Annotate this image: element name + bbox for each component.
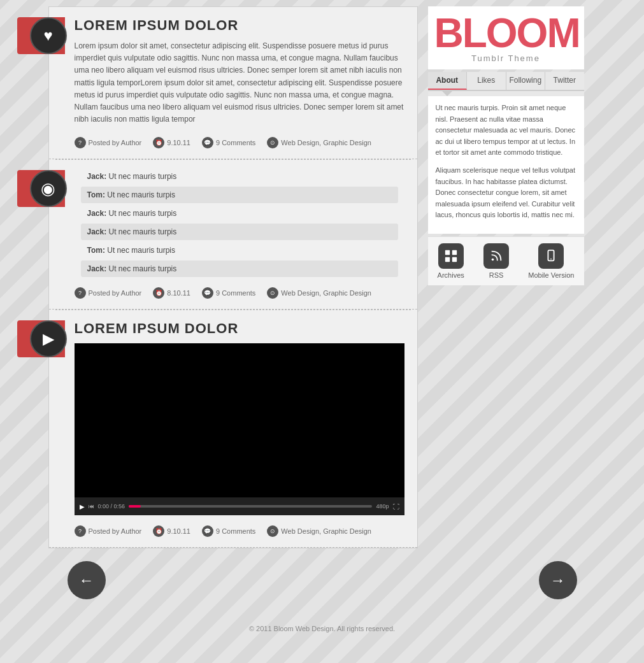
chat-item-3: Jack: Ut nec mauris turpis (81, 205, 398, 222)
comment-icon-1: 💬 (202, 137, 213, 148)
chat-item-6: Jack: Ut nec mauris turpis (81, 260, 398, 277)
post-2-meta: ? Posted by Author ⏰ 8.10.11 💬 9 Comment… (75, 283, 404, 303)
video-progress-bar[interactable] (129, 505, 372, 508)
chat-item-1: Jack: Ut nec mauris turpis (81, 168, 398, 185)
meta-date-3: ⏰ 9.10.11 (153, 525, 190, 537)
comment-icon-3: 💬 (202, 525, 213, 537)
sidebar: BLOOM Tumblr Theme About Likes Following… (428, 6, 584, 548)
tag-icon-1: ⊙ (267, 137, 278, 148)
tab-likes[interactable]: Likes (467, 72, 506, 90)
chat-item-4: Jack: Ut nec mauris turpis (81, 224, 398, 240)
brand-title: BLOOM (434, 13, 578, 53)
clock-icon-1: ⏰ (153, 137, 164, 148)
chat-item-5: Tom: Ut nec mauris turpis (81, 242, 398, 259)
chat-bubble-icon: ◉ (41, 179, 55, 199)
meta-comments-3: 💬 9 Comments (202, 525, 255, 537)
comment-icon-2: 💬 (202, 287, 213, 299)
action-archives[interactable]: Archives (438, 243, 464, 279)
sidebar-tabs: About Likes Following Twitter (428, 72, 584, 91)
meta-author-1: ? Posted by Author (75, 137, 142, 148)
post-3: LOREM IPSUM DOLOR ▶ ⏮ 0:00 / 0:56 480p ⛶ (49, 310, 417, 548)
heart-icon (43, 27, 52, 45)
question-icon-2: ? (75, 287, 86, 299)
chat-item-2: Tom: Ut nec mauris turpis (81, 187, 398, 203)
meta-comments-1: 💬 9 Comments (202, 137, 255, 148)
video-progress-fill (129, 505, 141, 508)
video-play-button[interactable]: ▶ (80, 503, 85, 510)
post-1-title: LOREM IPSUM DOLOR (75, 17, 404, 34)
post-2: ◉ Jack: Ut nec mauris turpis Tom: Ut nec… (49, 160, 417, 310)
post-1-icon (30, 17, 67, 54)
action-mobile[interactable]: Mobile Version (528, 243, 574, 279)
footer-text: © 2011 Bloom Web Design. All rights rese… (249, 625, 395, 632)
post-3-icon (30, 320, 67, 357)
meta-comments-2: 💬 9 Comments (202, 287, 255, 299)
question-icon-3: ? (75, 525, 86, 537)
post-3-title: LOREM IPSUM DOLOR (75, 320, 404, 337)
post-2-icon: ◉ (30, 170, 67, 207)
chat-messages: Jack: Ut nec mauris turpis Tom: Ut nec m… (75, 168, 404, 277)
post-1: LOREM IPSUM DOLOR Lorem ipsum dolor sit … (49, 7, 417, 159)
meta-date-1: ⏰ 9.10.11 (153, 137, 190, 148)
main-content: LOREM IPSUM DOLOR Lorem ipsum dolor sit … (48, 6, 418, 548)
sidebar-logo: BLOOM Tumblr Theme (428, 6, 584, 69)
post-3-meta: ? Posted by Author ⏰ 9.10.11 💬 9 Comment… (75, 522, 404, 541)
about-paragraph-1: Ut nec mauris turpis. Proin sit amet neq… (436, 103, 576, 159)
tab-indicator (442, 91, 452, 96)
mobile-icon (538, 243, 564, 269)
tab-about[interactable]: About (428, 72, 468, 90)
tab-twitter[interactable]: Twitter (545, 72, 584, 90)
question-icon-1: ? (75, 137, 86, 148)
about-paragraph-2: Aliquam scelerisque neque vel tellus vol… (436, 165, 576, 221)
sidebar-actions: Archives RSS (428, 236, 584, 285)
video-icon (43, 330, 54, 348)
sidebar-about-content: Ut nec mauris turpis. Proin sit amet neq… (428, 96, 584, 234)
tab-indicator-row (428, 91, 584, 96)
tag-icon-3: ⊙ (267, 525, 278, 537)
video-player[interactable]: ▶ ⏮ 0:00 / 0:56 480p ⛶ (75, 343, 404, 515)
nav-row: ← → (61, 548, 583, 612)
video-time-display: 0:00 / 0:56 (98, 503, 125, 510)
video-quality[interactable]: 480p (376, 503, 389, 510)
archives-icon (438, 243, 464, 269)
svg-point-4 (492, 259, 494, 261)
meta-date-2: ⏰ 8.10.11 (153, 287, 190, 299)
next-button[interactable]: → (539, 561, 577, 599)
post-1-meta: ? Posted by Author ⏰ 9.10.11 💬 9 Comment… (75, 133, 404, 152)
rss-icon (483, 243, 509, 269)
footer: © 2011 Bloom Web Design. All rights rese… (236, 612, 408, 645)
meta-tags-1: ⊙ Web Design, Graphic Design (267, 137, 371, 148)
svg-rect-0 (445, 250, 450, 255)
clock-icon-2: ⏰ (153, 287, 164, 299)
svg-point-6 (550, 259, 552, 260)
action-rss[interactable]: RSS (483, 243, 509, 279)
meta-tags-3: ⊙ Web Design, Graphic Design (267, 525, 371, 537)
post-1-body: Lorem ipsum dolor sit amet, consectetur … (75, 40, 404, 125)
prev-button[interactable]: ← (68, 561, 106, 599)
video-skip-back[interactable]: ⏮ (89, 503, 94, 510)
tab-following[interactable]: Following (506, 72, 546, 90)
meta-author-2: ? Posted by Author (75, 287, 142, 299)
meta-author-3: ? Posted by Author (75, 525, 142, 537)
video-screen (75, 343, 404, 497)
clock-icon-3: ⏰ (153, 525, 164, 537)
video-fullscreen-button[interactable]: ⛶ (393, 503, 399, 510)
video-controls[interactable]: ▶ ⏮ 0:00 / 0:56 480p ⛶ (75, 497, 404, 515)
svg-rect-2 (445, 257, 450, 262)
svg-rect-3 (452, 257, 457, 262)
svg-rect-1 (452, 250, 457, 255)
meta-tags-2: ⊙ Web Design, Graphic Design (267, 287, 371, 299)
tag-icon-2: ⊙ (267, 287, 278, 299)
